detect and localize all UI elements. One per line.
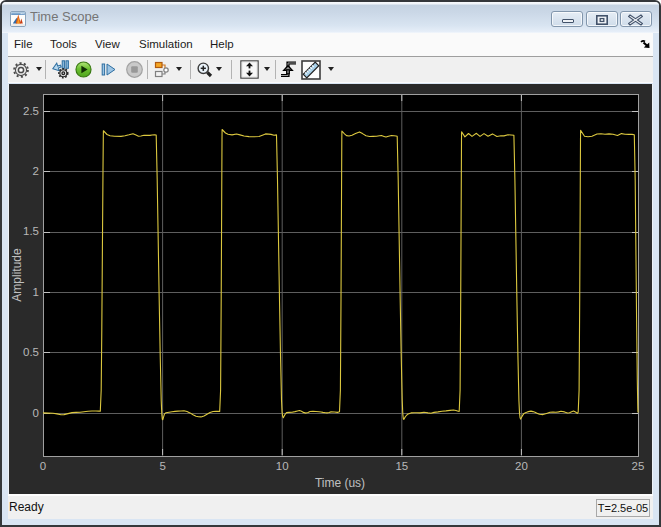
svg-text:1.5: 1.5 — [23, 225, 39, 237]
svg-text:2.5: 2.5 — [23, 105, 39, 117]
svg-text:Amplitude: Amplitude — [10, 248, 24, 302]
svg-text:0.5: 0.5 — [23, 346, 39, 358]
svg-text:0: 0 — [40, 460, 46, 472]
svg-text:1: 1 — [33, 286, 39, 298]
svg-text:Time (us): Time (us) — [315, 476, 365, 490]
svg-text:5: 5 — [159, 460, 165, 472]
svg-text:15: 15 — [395, 460, 408, 472]
svg-text:20: 20 — [515, 460, 528, 472]
svg-text:0: 0 — [33, 407, 39, 419]
svg-text:25: 25 — [632, 460, 645, 472]
svg-text:10: 10 — [276, 460, 289, 472]
svg-text:2: 2 — [33, 165, 39, 177]
